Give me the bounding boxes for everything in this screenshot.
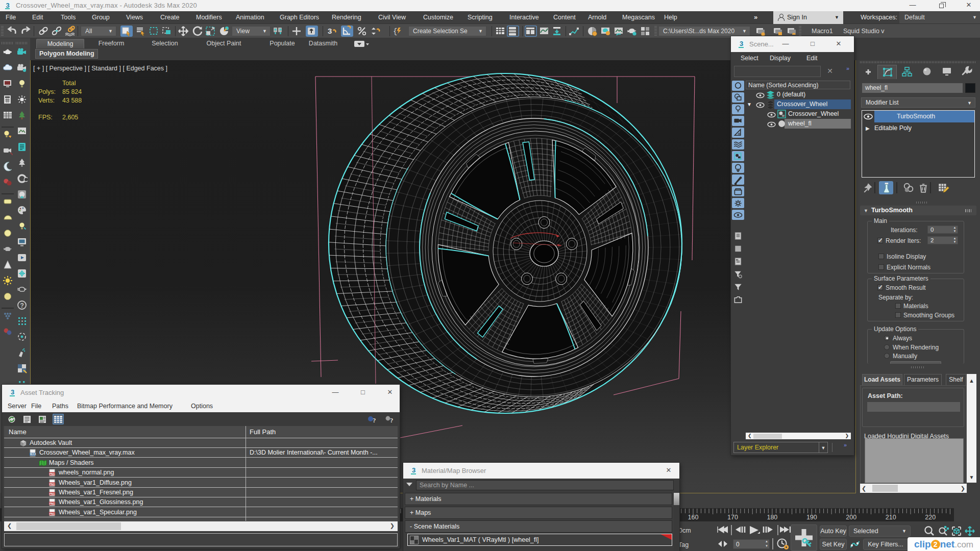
explorer-tool-folder-button[interactable] <box>732 294 744 305</box>
asset-tracking-hscrollbar[interactable]: ❮❯ <box>4 521 398 531</box>
windows-layout-icon[interactable] <box>525 26 537 37</box>
render-iters-checkbox[interactable] <box>877 238 883 243</box>
material-group--maps[interactable]: + Maps <box>405 507 672 519</box>
play-button[interactable] <box>747 525 761 535</box>
panel-horizontal-scrollbar[interactable]: ❮❯ <box>860 484 967 493</box>
monitor-red-icon[interactable] <box>2 78 13 89</box>
isoline-display-checkbox[interactable] <box>878 254 884 259</box>
scene-explorer-hscrollbar[interactable]: ❮❯ <box>746 433 851 439</box>
scrollbar-thumb[interactable] <box>967 388 976 396</box>
current-frame-spinner[interactable]: 0▲▼ <box>733 539 770 549</box>
search-dropdown-caret-icon[interactable] <box>406 483 412 486</box>
snap-spinner-icon[interactable] <box>370 26 382 37</box>
sphere-yellow-icon[interactable] <box>2 291 13 302</box>
render-iters-spinner-spinner-arrows[interactable]: ▲▼ <box>952 237 957 244</box>
snap-percent-icon[interactable] <box>356 26 369 37</box>
asset-row-wheels-var1-specular-png[interactable]: PNGWheels_var1_Specular.png <box>4 508 398 517</box>
menu-modifiers[interactable]: Modifiers <box>196 11 222 24</box>
frame-spinner-arrows[interactable]: ▲▼ <box>765 539 768 548</box>
command-panel-tab-motion[interactable] <box>917 65 937 79</box>
palette-icon[interactable] <box>16 205 28 216</box>
pin-stack-icon[interactable] <box>862 181 874 194</box>
moon-icon[interactable] <box>2 161 13 172</box>
command-panel-tab-modify[interactable] <box>877 65 897 79</box>
project-folder-dropdown[interactable]: C:\Users\St...ds Max 2020▼ <box>658 26 750 36</box>
toolbar-grip[interactable] <box>1 26 4 36</box>
material-group--materials[interactable]: + Materials <box>405 493 672 505</box>
material-browser-vscrollbar[interactable] <box>674 492 679 551</box>
menu-help[interactable]: Help <box>664 11 677 24</box>
asset-path-field[interactable] <box>867 402 960 412</box>
asset-tracking-titlebar[interactable]: 3 Asset Tracking — □ ✕ <box>2 385 400 400</box>
tree-icon[interactable] <box>16 110 28 121</box>
list-view-icon[interactable] <box>21 414 33 424</box>
material-entry-row[interactable]: Wheels_Var1_MAT ( VRayMtl ) [wheel_fl] <box>407 534 672 546</box>
cloud-icon[interactable] <box>2 62 13 73</box>
menu-content[interactable]: Content <box>553 11 576 24</box>
hscroll-right-arrow-icon[interactable]: ❯ <box>390 522 395 529</box>
move-icon[interactable] <box>178 26 190 37</box>
place-box-icon[interactable] <box>306 26 318 37</box>
asset-row-maps-shaders[interactable]: Maps / Shaders <box>4 458 398 468</box>
calculator-icon[interactable] <box>2 94 13 105</box>
materials-checkbox[interactable] <box>895 303 901 309</box>
circle-yellow-icon[interactable] <box>2 228 13 239</box>
menu-scripting[interactable]: Scripting <box>468 11 493 24</box>
menu-edit[interactable]: Edit <box>32 11 43 24</box>
teapot-white-icon[interactable] <box>2 46 13 58</box>
manip-pair-icon[interactable] <box>272 26 284 37</box>
scene-tree-row-crossover-wheel[interactable]: ▼Crossover_Wheel <box>746 99 851 109</box>
render-production-icon[interactable] <box>626 26 639 37</box>
command-panel-tab-hierarchy[interactable] <box>897 65 917 79</box>
panel-scroll-right-arrow-icon[interactable]: ❯ <box>961 484 965 493</box>
grid-spheres-icon[interactable] <box>2 310 13 321</box>
rotate-icon[interactable] <box>192 26 204 37</box>
update-manually-radio[interactable] <box>884 353 890 359</box>
panel-scroll-up-button[interactable]: ▲ <box>967 374 976 388</box>
visibility-eye-icon[interactable] <box>767 121 776 131</box>
spray-icon[interactable] <box>16 347 28 358</box>
teapot-outline-icon[interactable] <box>16 284 28 295</box>
material-browser-close-button[interactable]: ✕ <box>663 465 675 477</box>
scene-layers-1-icon[interactable] <box>755 26 767 37</box>
undo-icon[interactable] <box>7 26 19 37</box>
configure-modifier-sets-icon[interactable] <box>936 181 948 194</box>
asset-tracking-menu-server[interactable]: Server <box>8 400 27 412</box>
explorer-tool-doc1-button[interactable] <box>732 231 744 241</box>
spheres-redblue-icon[interactable] <box>2 326 13 337</box>
modifier-stack-item-editable-poly[interactable]: ▶Editable Poly <box>862 122 974 134</box>
window-close-button[interactable]: ✕ <box>958 0 980 11</box>
explorer-tool-funnel-gear-button[interactable] <box>732 269 744 279</box>
teapot-gray-icon[interactable] <box>2 243 13 255</box>
panel-scroll-left-arrow-icon[interactable]: ❮ <box>862 484 866 493</box>
scene-explorer-menu-display[interactable]: Display <box>770 52 791 64</box>
camera-white-icon[interactable] <box>16 62 28 73</box>
iterations-spinner-spinner-arrows[interactable]: ▲▼ <box>952 226 957 233</box>
ribbon-tab-object-paint[interactable]: Object Paint <box>193 39 255 48</box>
render-grid-icon[interactable] <box>640 26 652 37</box>
snap-3d-icon[interactable]: 3 <box>326 26 338 37</box>
target-icon[interactable] <box>16 331 28 342</box>
display-filter-shapes-button[interactable] <box>732 92 744 103</box>
crosshair-box-icon[interactable] <box>16 268 28 279</box>
ribbon-tab-modeling[interactable]: Modeling <box>36 39 84 48</box>
update-always-radio[interactable] <box>884 335 890 341</box>
column-header-full-path[interactable]: Full Path <box>250 426 276 438</box>
display-filter-xrefs-button[interactable] <box>732 163 744 173</box>
scene-explorer-maximize-button[interactable]: □ <box>806 38 819 50</box>
redo-icon[interactable] <box>20 26 32 37</box>
zoom-extents-icon[interactable] <box>937 525 949 537</box>
camera-speaker-icon[interactable] <box>2 145 13 156</box>
update-button-partial[interactable] <box>890 361 941 364</box>
render-frame-icon[interactable] <box>613 26 625 37</box>
hscroll-left-arrow-icon[interactable]: ❮ <box>748 433 752 439</box>
key-mode-toggle-button[interactable] <box>717 540 729 548</box>
asset-row-wheels-var1-fresnel-png[interactable]: PNGWheels_var1_Fresnel.png <box>4 488 398 497</box>
time-tag-text[interactable]: Tag <box>678 541 689 548</box>
scene-explorer-search-field[interactable] <box>734 66 821 77</box>
display-filter-groups-button[interactable] <box>732 151 744 161</box>
menu-graph-editors[interactable]: Graph Editors <box>280 11 319 24</box>
menu-tools[interactable]: Tools <box>61 11 76 24</box>
modifier-visibility-eye-icon[interactable] <box>862 111 874 122</box>
workspace-dropdown[interactable]: Default ▼ <box>899 12 980 23</box>
